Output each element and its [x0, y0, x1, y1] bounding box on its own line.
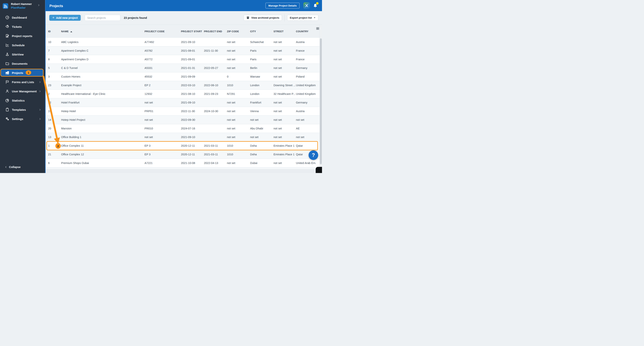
- sidebar-item-projects[interactable]: Projects: [0, 68, 45, 77]
- cell-zip: N7291: [227, 92, 250, 95]
- cell-start: 2021-09-10: [181, 41, 204, 44]
- table-row-office-complex-11[interactable]: 1Office Complex 11EP 32020-12-112021-03-…: [46, 141, 322, 150]
- cell-end: 2022-06-10: [204, 84, 227, 87]
- cell-country: France: [296, 49, 316, 52]
- sidebar-item-label: Tickets: [12, 25, 22, 29]
- column-header-id[interactable]: ID: [48, 30, 61, 33]
- partial-next-row: [46, 167, 322, 169]
- cell-end: 2022-05-27: [204, 66, 227, 70]
- cell-name: Apartment Complex D: [61, 58, 144, 61]
- cell-name: Office Complex 12: [61, 153, 144, 156]
- table-row-c-d-tunnel[interactable]: 5C & D TunnelA53312021-01-312022-05-27no…: [46, 64, 322, 72]
- help-button[interactable]: ?: [308, 150, 318, 160]
- column-header-zip-code[interactable]: ZIP CODE: [227, 30, 250, 33]
- cell-id: 14: [48, 118, 61, 121]
- cell-country: United Kingdom: [296, 92, 316, 95]
- table-row-example-project[interactable]: 23Example ProjectEP 22022-03-102022-06-1…: [46, 81, 322, 90]
- column-header-street[interactable]: STREET: [274, 30, 296, 33]
- column-header-project-end[interactable]: PROJECT END: [204, 30, 227, 33]
- table-row-premium-shops-dubai[interactable]: 6Premium Shops DubaiA72212021-10-082022-…: [46, 159, 322, 167]
- vertical-scrollbar-thumb[interactable]: [320, 38, 322, 164]
- gauge-icon: [5, 15, 10, 20]
- cell-id: 13: [48, 135, 61, 139]
- cell-name: Hotep Hotel Project: [61, 118, 144, 121]
- connect-app-icon[interactable]: [304, 2, 310, 9]
- cell-street: not set: [274, 110, 296, 113]
- table-row-office-building-1[interactable]: 13Office Building 1not set2021-09-10not …: [46, 133, 322, 141]
- cell-street: not set: [274, 66, 296, 70]
- table-row-apartment-complex-d[interactable]: 8Apartment Complex DA57722021-09-01not s…: [46, 55, 322, 64]
- table-row-hotel-frankfurt[interactable]: 12Hotel Frankfurtnot set2021-09-10not se…: [46, 98, 322, 107]
- sidebar-item-dashboard[interactable]: Dashboard: [0, 13, 45, 22]
- notifications-bell-icon[interactable]: [313, 3, 318, 9]
- manage-project-details-button[interactable]: Manage Project Details: [266, 3, 300, 9]
- cell-name: Apartment Complex C: [61, 49, 144, 52]
- cell-id: 6: [48, 161, 61, 164]
- cell-id: 7: [48, 49, 61, 52]
- user-icon: [5, 89, 10, 93]
- page-title: Projects: [50, 4, 63, 8]
- cell-name: Custom Homes: [61, 75, 144, 78]
- page-header: Projects Manage Project Details: [46, 0, 322, 11]
- sidebar-nav: DashboardTicketsProject reportsScheduleS…: [0, 13, 45, 123]
- sidebar-item-templates[interactable]: Templates: [0, 105, 45, 114]
- cell-end: 2021-09-23: [204, 92, 227, 95]
- table-row-hotep-hotel[interactable]: 15Hotep HotelPRP012022-11-302024-10-30no…: [46, 107, 322, 116]
- table-row-hotep-hotel-project[interactable]: 14Hotep Hotel Projectnot set2022-09-30no…: [46, 116, 322, 124]
- table-row-abc-logistics[interactable]: 10ABC LogisticsA774922021-09-10not setSc…: [46, 38, 322, 47]
- table-row-apartment-complex-c[interactable]: 7Apartment Complex CA57822021-08-012021-…: [46, 47, 322, 55]
- cell-zip: 1010: [227, 144, 250, 147]
- cell-country: Poland: [296, 75, 316, 78]
- chevron-right-icon: [39, 90, 41, 93]
- cell-city: Doha: [250, 153, 274, 156]
- cell-zip: not set: [227, 161, 250, 164]
- caret-down-icon: [314, 17, 316, 19]
- cell-name: Office Complex 11: [61, 144, 144, 147]
- cell-name: Example Project: [61, 84, 144, 87]
- cell-id: 5: [48, 66, 61, 70]
- column-header-name[interactable]: NAME: [61, 30, 144, 33]
- account-name: PlanRadar: [11, 6, 32, 10]
- person-pin-icon: [5, 52, 10, 56]
- sidebar-item-label: User Management: [12, 90, 36, 93]
- column-header-city[interactable]: CITY: [250, 30, 274, 33]
- table-row-mansion[interactable]: 20MansionPR0102024-07-16not setAbu Dhabi…: [46, 124, 322, 133]
- view-archived-projects-button[interactable]: View archived projects: [244, 15, 282, 21]
- table-header: ID NAME PROJECT CODE PROJECT START PROJE…: [46, 25, 322, 38]
- account-switcher[interactable]: Robert Hammer PlanRadar: [3, 2, 43, 10]
- sidebar-item-statistics[interactable]: Statistics: [0, 96, 45, 105]
- cell-name: ABC Logistics: [61, 41, 144, 44]
- search-projects-input[interactable]: [85, 15, 120, 21]
- sidebar-item-label: Statistics: [12, 99, 25, 102]
- column-header-project-code[interactable]: PROJECT CODE: [144, 30, 181, 33]
- column-settings-icon[interactable]: [316, 27, 320, 30]
- plus-icon: +: [52, 16, 54, 19]
- sidebar-item-siteview[interactable]: SiteView: [0, 50, 45, 59]
- cell-start: 2021-08-10: [181, 92, 204, 95]
- sidebar-item-project-reports[interactable]: Project reports: [0, 31, 45, 41]
- table-row-office-complex-12[interactable]: 21Office Complex 12EP 32020-12-112021-03…: [46, 150, 322, 159]
- sidebar-item-schedule[interactable]: Schedule: [0, 41, 45, 50]
- report-icon: [5, 34, 10, 38]
- cell-city: London: [250, 92, 274, 95]
- add-new-project-button[interactable]: + Add new project: [49, 15, 81, 21]
- sidebar-item-tickets[interactable]: Tickets: [0, 22, 45, 31]
- table-row-healthcare-international-eye-clinic[interactable]: 2Healthcare International - Eye Clinic12…: [46, 90, 322, 98]
- annotation-step-2-badge: 2: [56, 143, 61, 149]
- column-header-project-start[interactable]: PROJECT START: [181, 30, 204, 33]
- sidebar-item-documents[interactable]: Documents: [0, 59, 45, 68]
- collapse-sidebar-button[interactable]: Collapse: [4, 165, 20, 168]
- cell-country: Qatar: [296, 144, 316, 147]
- results-count: 23 projects found: [124, 11, 147, 25]
- column-header-country[interactable]: COUNTRY: [296, 30, 316, 33]
- cell-name: Hotep Hotel: [61, 110, 144, 113]
- sidebar-item-forms-and-lists[interactable]: Forms and Lists: [0, 77, 45, 87]
- cell-street: not set: [274, 101, 296, 104]
- export-project-list-button[interactable]: Export project list: [287, 15, 318, 21]
- cell-name: C & D Tunnel: [61, 66, 144, 70]
- sidebar-item-user-management[interactable]: User Management: [0, 87, 45, 96]
- cell-id: 3: [48, 75, 61, 78]
- cell-country: Germany: [296, 101, 316, 104]
- table-row-custom-homes[interactable]: 3Custom Homes455322021-09-090Warsawnot s…: [46, 72, 322, 81]
- sidebar-item-settings[interactable]: Settings: [0, 114, 45, 123]
